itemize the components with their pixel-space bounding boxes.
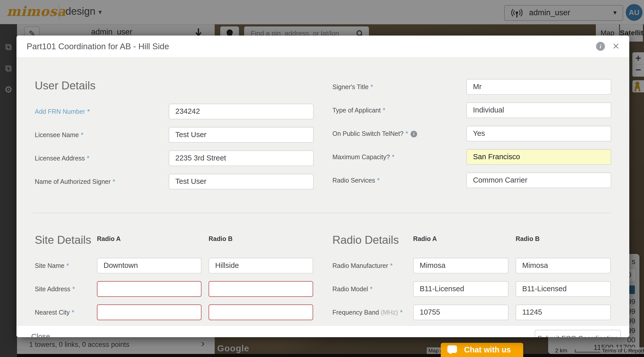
frequency-band-a-input[interactable]: 10755 [413,304,509,320]
site-col-radio-a: Radio A [97,234,121,243]
site-address-a-input[interactable] [97,281,201,297]
site-address-b-input[interactable] [209,281,313,297]
field-label-radio-manufacturer: Radio Manufacturer* [332,261,393,270]
site-col-radio-b: Radio B [209,234,232,243]
signers-title-input[interactable]: Mr [466,79,611,95]
field-label-public-switch: On Public Switch TelNet?*i [332,129,417,138]
field-label-site-address: Site Address* [35,284,75,294]
radio-manufacturer-a-input[interactable]: Mimosa [413,258,509,273]
site-name-b-input[interactable]: Hillside [209,258,313,273]
field-label-applicant-type: Type of Applicant* [332,106,385,115]
applicant-type-input[interactable]: Individual [466,102,611,118]
info-icon[interactable]: i [596,42,605,51]
chat-bubble-icon [447,345,457,353]
field-label-authorized-signer: Name of Authorized Signer* [35,177,115,186]
frn-number-input[interactable]: 234242 [169,104,314,119]
max-capacity-input[interactable]: San Francisco [466,149,611,165]
authorized-signer-input[interactable]: Test User [169,174,314,189]
close-icon[interactable]: ✕ [612,41,620,51]
field-label-radio-services: Radio Services* [332,176,380,185]
submit-fcc-coordination-button[interactable]: Submit FCC Coordination [535,330,621,337]
nearest-city-a-input[interactable] [97,304,201,320]
field-label-site-name: Site Name* [35,261,69,270]
nearest-city-b-input[interactable] [209,304,313,320]
site-details-heading: Site Details [35,234,91,246]
user-details-heading: User Details [35,79,96,92]
field-label-signers-title: Signer's Title* [332,82,373,91]
frequency-band-b-input[interactable]: 11245 [516,304,611,320]
section-divider [33,213,610,213]
radio-manufacturer-b-input[interactable]: Mimosa [516,258,611,273]
site-name-a-input[interactable]: Downtown [97,258,201,273]
modal-title: Part101 Coordination for AB - Hill Side [27,36,169,57]
licensee-address-input[interactable]: 2235 3rd Street [169,150,314,166]
field-label-radio-model: Radio Model* [332,284,372,294]
chat-label: Chat with us [464,345,511,354]
info-icon[interactable]: i [411,131,417,137]
app-root: ✎ admin_user Find a pin, address, or lat… [0,0,644,357]
radio-model-b-input[interactable]: B11-Licensed [516,281,611,297]
radio-model-a-input[interactable]: B11-Licensed [413,281,509,297]
close-button[interactable]: Close [31,332,50,337]
field-label-max-capacity: Maximum Capacity?* [332,152,394,161]
radio-services-input[interactable]: Common Carrier [466,172,611,188]
modal-footer: Close Submit FCC Coordination [16,326,629,337]
licensee-name-input[interactable]: Test User [169,127,314,143]
radio-col-radio-a: Radio A [413,234,437,243]
field-label-frequency-band: Frequency Band (MHz)* [332,308,402,317]
radio-details-heading: Radio Details [332,234,399,246]
public-switch-input[interactable]: Yes [466,126,611,141]
chat-with-us-button[interactable]: Chat with us [441,343,523,357]
field-label-licensee-address: Licensee Address* [35,154,89,163]
part101-coordination-modal: Part101 Coordination for AB - Hill Side … [16,36,629,337]
field-label-nearest-city: Nearest City* [35,308,74,317]
radio-col-radio-b: Radio B [516,234,539,243]
field-label-frn[interactable]: Add FRN Number* [35,107,90,116]
field-label-licensee-name: Licensee Name* [35,130,83,139]
